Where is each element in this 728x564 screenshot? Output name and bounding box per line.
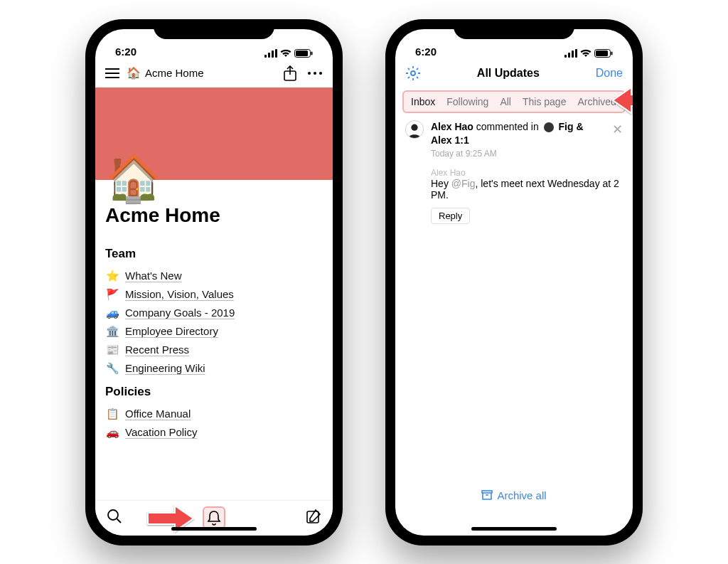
page-link[interactable]: 🚙Company Goals - 2019 xyxy=(105,304,323,322)
status-icons xyxy=(264,49,313,58)
done-button[interactable]: Done xyxy=(596,67,623,80)
battery-icon xyxy=(594,49,613,58)
page-link-icon: 🏛️ xyxy=(105,325,119,338)
page-link-label: Office Manual xyxy=(125,408,191,420)
page-link-label: What's New xyxy=(125,270,182,282)
svg-rect-5 xyxy=(296,50,308,56)
page-link[interactable]: 🏛️Employee Directory xyxy=(105,322,323,341)
svg-rect-14 xyxy=(564,55,567,58)
svg-rect-15 xyxy=(568,53,570,58)
page-link-label: Company Goals - 2019 xyxy=(125,307,235,319)
page-link-label: Vacation Policy xyxy=(125,426,197,438)
page-icon[interactable]: 🏠 xyxy=(105,156,162,201)
update-timestamp: Today at 9:25 AM xyxy=(431,148,605,160)
page-cover: 🏠 xyxy=(95,87,333,180)
svg-rect-24 xyxy=(482,491,492,493)
updates-header: All Updates Done xyxy=(395,59,633,87)
page-link[interactable]: 📋Office Manual xyxy=(105,405,323,423)
page-ref-icon xyxy=(544,122,554,132)
signal-icon xyxy=(264,49,277,58)
svg-rect-6 xyxy=(311,51,313,55)
updates-button[interactable] xyxy=(203,506,225,529)
update-item[interactable]: Alex Hao commented in Fig & Alex 1:1 Tod… xyxy=(395,120,633,225)
search-button[interactable] xyxy=(107,509,122,527)
dismiss-button[interactable]: ✕ xyxy=(612,120,623,137)
wifi-icon xyxy=(580,49,592,58)
phone-left: 6:20 🏠 Acme Home 🏠 xyxy=(85,19,343,546)
page-content: Acme Home Team ⭐What's New 🚩Mission, Vis… xyxy=(95,180,333,500)
archive-all-button[interactable]: Archive all xyxy=(395,489,633,501)
svg-point-21 xyxy=(411,71,415,75)
archive-icon xyxy=(481,490,493,500)
svg-point-8 xyxy=(308,72,311,75)
phone-right: 6:20 All Updates Done Inbox Following Al… xyxy=(385,19,643,546)
updates-tabs: Inbox Following All This page Archived xyxy=(402,90,626,113)
page-header: 🏠 Acme Home xyxy=(95,59,333,87)
svg-rect-19 xyxy=(596,50,608,56)
page-link[interactable]: 📰Recent Press xyxy=(105,341,323,359)
update-author: Alex Hao xyxy=(431,121,473,132)
breadcrumb-icon: 🏠 xyxy=(127,66,141,80)
page-link-icon: 📰 xyxy=(105,344,119,356)
more-button[interactable] xyxy=(307,71,323,75)
mention[interactable]: @Fig xyxy=(451,178,476,189)
page-link-icon: 🚗 xyxy=(105,426,119,439)
settings-button[interactable] xyxy=(405,65,421,81)
page-link-icon: 🚩 xyxy=(105,288,119,301)
svg-rect-1 xyxy=(268,53,270,58)
page-link[interactable]: 🔧Engineering Wiki xyxy=(105,359,323,378)
page-link-label: Engineering Wiki xyxy=(125,362,205,374)
page-link-label: Mission, Vision, Values xyxy=(125,288,234,300)
svg-rect-20 xyxy=(611,51,613,55)
reply-button[interactable]: Reply xyxy=(431,208,470,224)
tab-archived[interactable]: Archived xyxy=(572,95,621,109)
signal-icon xyxy=(564,49,577,58)
svg-point-23 xyxy=(411,124,417,130)
tab-all[interactable]: All xyxy=(494,95,517,109)
page-link-icon: 🚙 xyxy=(105,307,119,319)
page-link-icon: ⭐ xyxy=(105,270,119,282)
svg-rect-17 xyxy=(575,49,577,58)
home-indicator[interactable] xyxy=(471,527,557,531)
updates-title: All Updates xyxy=(477,67,540,80)
compose-button[interactable] xyxy=(306,509,321,527)
breadcrumb[interactable]: 🏠 Acme Home xyxy=(127,66,276,80)
status-time: 6:20 xyxy=(115,46,136,58)
page-link-label: Employee Directory xyxy=(125,325,218,337)
page-link[interactable]: 🚩Mission, Vision, Values xyxy=(105,285,323,304)
page-link[interactable]: ⭐What's New xyxy=(105,267,323,285)
section-title: Policies xyxy=(105,385,323,399)
svg-point-10 xyxy=(319,72,322,75)
page-link-icon: 🔧 xyxy=(105,362,119,375)
comment-text: Hey @Fig, let's meet next Wednesday at 2… xyxy=(431,178,623,201)
svg-rect-2 xyxy=(272,50,274,58)
notch xyxy=(154,19,274,39)
svg-rect-3 xyxy=(275,49,277,58)
svg-point-11 xyxy=(108,510,118,520)
svg-line-12 xyxy=(117,519,122,523)
tab-following[interactable]: Following xyxy=(441,95,494,109)
svg-point-9 xyxy=(314,72,316,75)
battery-icon xyxy=(294,49,313,58)
page-link[interactable]: 🚗Vacation Policy xyxy=(105,423,323,442)
page-link-label: Recent Press xyxy=(125,344,189,356)
bell-icon xyxy=(207,510,221,526)
section-title: Team xyxy=(105,247,323,261)
page-title: Acme Home xyxy=(105,204,323,227)
status-time: 6:20 xyxy=(415,46,437,58)
status-icons xyxy=(564,49,613,58)
breadcrumb-label: Acme Home xyxy=(145,67,204,79)
avatar xyxy=(405,120,424,139)
page-link-icon: 📋 xyxy=(105,408,119,420)
notch xyxy=(454,19,574,39)
share-button[interactable] xyxy=(283,65,297,81)
svg-rect-16 xyxy=(572,50,574,58)
home-indicator[interactable] xyxy=(171,527,257,531)
svg-rect-0 xyxy=(264,55,267,58)
update-action: commented in xyxy=(476,121,539,132)
wifi-icon xyxy=(280,49,291,58)
tab-inbox[interactable]: Inbox xyxy=(405,95,441,109)
tab-this-page[interactable]: This page xyxy=(517,95,572,109)
comment-author: Alex Hao xyxy=(431,168,623,178)
menu-button[interactable] xyxy=(105,68,119,78)
